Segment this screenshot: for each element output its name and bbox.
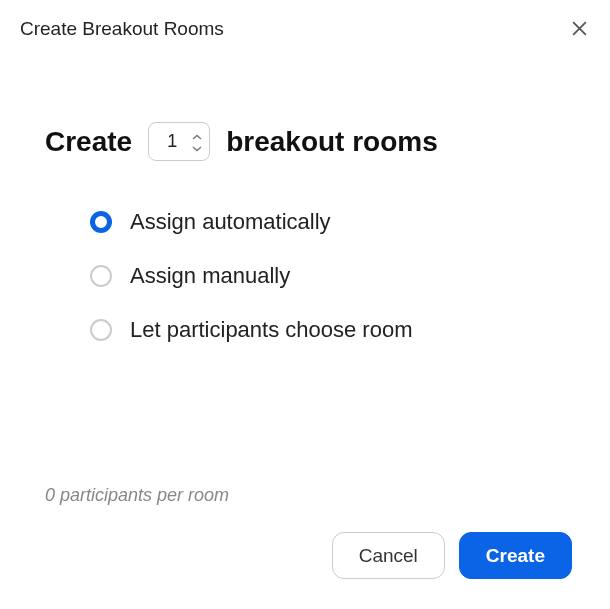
radio-icon	[90, 211, 112, 233]
option-assign-manually[interactable]: Assign manually	[90, 263, 565, 289]
chevron-down-icon	[192, 140, 202, 155]
create-prefix-label: Create	[45, 126, 132, 158]
close-button[interactable]	[569, 18, 590, 42]
room-count-stepper[interactable]: 1	[148, 122, 210, 161]
participants-per-room-label: 0 participants per room	[45, 485, 572, 506]
breakout-rooms-dialog: Create Breakout Rooms Create 1	[0, 0, 610, 609]
create-button[interactable]: Create	[459, 532, 572, 579]
button-row: Cancel Create	[45, 532, 572, 579]
dialog-header: Create Breakout Rooms	[0, 0, 610, 42]
stepper-arrows	[191, 131, 203, 152]
dialog-footer: 0 participants per room Cancel Create	[0, 485, 610, 609]
create-suffix-label: breakout rooms	[226, 126, 438, 158]
cancel-button[interactable]: Cancel	[332, 532, 445, 579]
stepper-down-button[interactable]	[191, 142, 203, 152]
radio-icon	[90, 265, 112, 287]
option-let-participants-choose[interactable]: Let participants choose room	[90, 317, 565, 343]
option-label: Let participants choose room	[130, 317, 413, 343]
room-count-value: 1	[163, 131, 181, 152]
dialog-title: Create Breakout Rooms	[20, 18, 224, 40]
assignment-options: Assign automatically Assign manually Let…	[45, 209, 565, 343]
close-icon	[571, 20, 588, 40]
option-label: Assign automatically	[130, 209, 331, 235]
dialog-content: Create 1 breakout rooms	[0, 42, 610, 485]
option-assign-automatically[interactable]: Assign automatically	[90, 209, 565, 235]
option-label: Assign manually	[130, 263, 290, 289]
radio-icon	[90, 319, 112, 341]
room-count-row: Create 1 breakout rooms	[45, 122, 565, 161]
